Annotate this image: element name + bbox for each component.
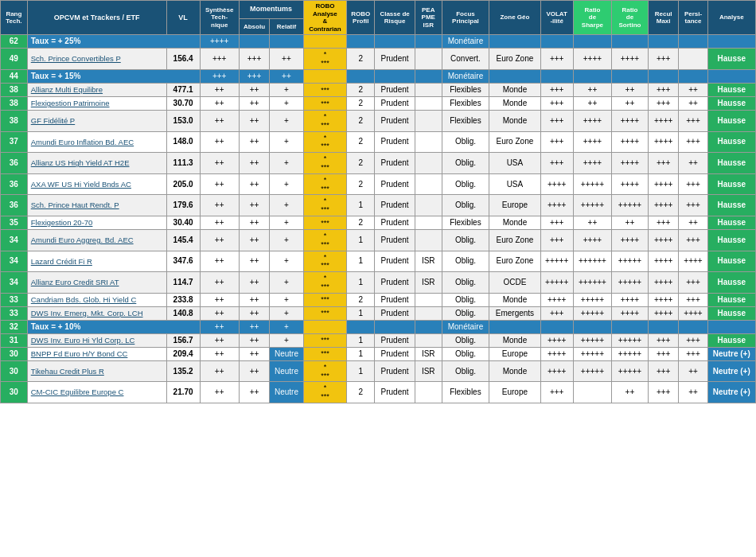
fund-analyse: Hausse: [707, 229, 755, 251]
fund-pea: [415, 153, 442, 174]
fund-name[interactable]: Allianz Multi Equilibre: [27, 83, 166, 96]
header-absolu: Absolu: [239, 18, 270, 35]
fund-name[interactable]: Tikehau Credit Plus R: [27, 360, 166, 382]
fund-sortino: +++++: [612, 251, 649, 272]
fund-name[interactable]: Allianz Euro Credit SRI AT: [27, 272, 166, 294]
fund-name[interactable]: Flexigestion 20-70: [27, 216, 166, 229]
fund-recul: +++: [648, 96, 679, 110]
header-recul: ReculMaxi: [648, 1, 679, 35]
fund-volat: +++: [540, 229, 573, 251]
fund-focus: Flexibles: [442, 96, 489, 110]
fund-name[interactable]: Candriam Bds. Glob. Hi Yield C: [27, 293, 166, 306]
fund-focus: Oblig.: [442, 293, 489, 306]
fund-mom-rel: +: [270, 96, 303, 110]
taux-recul: [648, 320, 679, 333]
fund-zone: Monde: [489, 96, 540, 110]
taux-sharpe: [573, 35, 611, 49]
fund-focus: Oblig.: [442, 229, 489, 251]
taux-volat: [540, 320, 573, 333]
fund-sharpe: +++++: [573, 173, 611, 195]
header-ratio-sortino: RatiodeSortino: [612, 1, 649, 35]
fund-name[interactable]: AXA WF US Hi Yield Bnds AC: [27, 173, 166, 195]
header-ratio-sharpe: RatiodeSharpe: [573, 1, 611, 35]
fund-name[interactable]: Flexigestion Patrimoine: [27, 96, 166, 110]
fund-name[interactable]: CM-CIC Equilibre Europe C: [27, 382, 166, 403]
fund-profil: 2: [347, 173, 375, 195]
fund-sortino: ++: [612, 382, 649, 403]
fund-recul: +++: [648, 49, 679, 70]
fund-analyse: Hausse: [707, 251, 755, 272]
fund-classe: Prudent: [375, 347, 415, 360]
fund-robo: ****: [303, 229, 347, 251]
fund-robo: ***: [303, 216, 347, 229]
fund-recul: ++++: [648, 251, 679, 272]
fund-persist: +++: [679, 272, 707, 294]
fund-name[interactable]: Sch. Prince Haut Rendt. P: [27, 195, 166, 216]
fund-synthese: ++: [200, 195, 239, 216]
taux-analyse: [707, 35, 755, 49]
fund-name[interactable]: Amundi Euro Inflation Bd. AEC: [27, 131, 166, 153]
fund-name[interactable]: DWS Inv. Euro Hi Yld Corp. LC: [27, 333, 166, 347]
fund-sharpe: ++++++: [573, 272, 611, 294]
fund-row: 34 Allianz Euro Credit SRI AT 114.7 ++ +…: [1, 272, 756, 294]
fund-robo: ****: [303, 360, 347, 382]
main-table: RangTech. OPCVM et Trackers / ETF VL Syn…: [0, 0, 756, 403]
fund-recul: +++: [648, 382, 679, 403]
fund-name[interactable]: BNPP Fd Euro H/Y Bond CC: [27, 347, 166, 360]
fund-mom-rel: +: [270, 251, 303, 272]
header-zone: Zone Géo: [489, 1, 540, 35]
fund-sortino: ++++: [612, 306, 649, 320]
fund-mom-abs: ++: [239, 293, 270, 306]
fund-name[interactable]: DWS Inv. Emerg. Mkt. Corp. LCH: [27, 306, 166, 320]
fund-focus: Oblig.: [442, 195, 489, 216]
fund-synthese: ++: [200, 272, 239, 294]
fund-classe: Prudent: [375, 49, 415, 70]
fund-persist: +++: [679, 131, 707, 153]
taux-zone: [489, 35, 540, 49]
fund-zone: Europe: [489, 195, 540, 216]
fund-vl: 156.7: [166, 333, 200, 347]
fund-name[interactable]: Allianz US High Yield AT H2E: [27, 153, 166, 174]
fund-synthese: ++: [200, 306, 239, 320]
fund-vl: 30.70: [166, 96, 200, 110]
fund-focus: Flexibles: [442, 110, 489, 131]
fund-mom-abs: ++: [239, 347, 270, 360]
fund-synthese: +++: [200, 49, 239, 70]
fund-robo: ****: [303, 382, 347, 403]
fund-classe: Prudent: [375, 216, 415, 229]
fund-mom-rel: +: [270, 333, 303, 347]
fund-volat: ++++: [540, 293, 573, 306]
fund-classe: Prudent: [375, 382, 415, 403]
fund-recul: +++: [648, 333, 679, 347]
fund-name[interactable]: GF Fidélité P: [27, 110, 166, 131]
fund-row: 36 Sch. Prince Haut Rendt. P 179.6 ++ ++…: [1, 195, 756, 216]
taux-rang: 32: [1, 320, 28, 333]
fund-focus: Flexibles: [442, 382, 489, 403]
fund-name[interactable]: Sch. Prince Convertibles P: [27, 49, 166, 70]
fund-recul: ++++: [648, 195, 679, 216]
fund-mom-abs: ++: [239, 333, 270, 347]
fund-profil: 1: [347, 306, 375, 320]
fund-volat: +++: [540, 96, 573, 110]
fund-sortino: ++++: [612, 131, 649, 153]
fund-profil: 2: [347, 216, 375, 229]
fund-focus: Oblig.: [442, 347, 489, 360]
header-synthese: SynthèseTech-nique: [200, 1, 239, 35]
fund-volat: +++: [540, 153, 573, 174]
taux-mom-abs: +++: [239, 69, 270, 83]
taux-mom-abs: [239, 35, 270, 49]
fund-volat: +++: [540, 382, 573, 403]
fund-pea: [415, 96, 442, 110]
fund-robo: ****: [303, 251, 347, 272]
fund-analyse: Hausse: [707, 83, 755, 96]
fund-name[interactable]: Lazard Crédit Fi R: [27, 251, 166, 272]
fund-name[interactable]: Amundi Euro Aggreg. Bd. AEC: [27, 229, 166, 251]
fund-sharpe: ++: [573, 83, 611, 96]
fund-row: 37 Amundi Euro Inflation Bd. AEC 148.0 +…: [1, 131, 756, 153]
fund-pea: [415, 382, 442, 403]
fund-mom-abs: +++: [239, 49, 270, 70]
fund-zone: USA: [489, 173, 540, 195]
taux-volat: [540, 35, 573, 49]
fund-analyse: Hausse: [707, 293, 755, 306]
fund-mom-rel: +: [270, 110, 303, 131]
